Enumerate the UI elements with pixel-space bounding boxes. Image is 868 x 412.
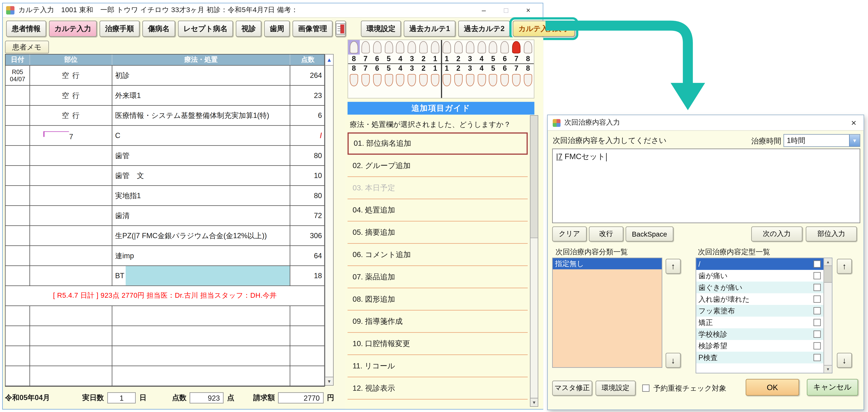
- tooth-lower-right-3[interactable]: [464, 73, 476, 87]
- tooth-upper-right-1[interactable]: [441, 40, 453, 55]
- category-move-down-button[interactable]: ↓: [665, 353, 681, 368]
- scroll-down-icon[interactable]: ▼: [530, 398, 538, 406]
- tooth-lower-right-1[interactable]: [441, 73, 453, 87]
- close-icon[interactable]: ×: [517, 4, 539, 17]
- duplicate-check-checkbox[interactable]: [642, 384, 650, 392]
- category-item[interactable]: 指定無し: [553, 258, 662, 269]
- tooth-upper-left-7[interactable]: [360, 40, 371, 55]
- tooth-upper-left-3[interactable]: [406, 40, 418, 55]
- tooth-upper-right-2[interactable]: [453, 40, 464, 55]
- karte-table-row[interactable]: 歯管80: [6, 146, 324, 166]
- tooth-upper-left-2[interactable]: [418, 40, 429, 55]
- karte-table-row[interactable]: 7C/: [6, 126, 324, 146]
- karte-table-row[interactable]: 空 行外来環123: [6, 86, 324, 106]
- preset-checkbox[interactable]: [813, 342, 820, 350]
- preset-item[interactable]: 検診希望: [696, 340, 824, 352]
- preset-item[interactable]: 入れ歯が壊れた: [696, 293, 824, 305]
- karte-table-row[interactable]: R05 04/07空 行初診264: [6, 66, 324, 86]
- tooth-lower-left-6[interactable]: [371, 73, 383, 87]
- preset-checkbox[interactable]: [813, 307, 820, 315]
- category-list[interactable]: 指定無し: [552, 258, 662, 368]
- tooth-upper-right-5[interactable]: [487, 40, 499, 55]
- guide-item-09[interactable]: 09. 指導箋作成: [348, 311, 528, 333]
- preset-item[interactable]: 歯ぐきが痛い: [696, 282, 824, 293]
- guide-item-06[interactable]: 06. コメント追加: [348, 244, 528, 266]
- guide-item-07[interactable]: 07. 薬品追加: [348, 266, 528, 288]
- guide-scrollbar[interactable]: ▼: [530, 115, 538, 407]
- category-move-up-button[interactable]: ↑: [665, 259, 681, 274]
- tooth-lower-left-7[interactable]: [360, 73, 371, 87]
- scrollbar-thumb[interactable]: [824, 266, 832, 283]
- patient-memo-tab[interactable]: 患者メモ: [5, 40, 49, 53]
- table-scrollbar[interactable]: ▲ ▼: [325, 54, 334, 385]
- tooth-lower-right-2[interactable]: [453, 73, 464, 87]
- tooth-upper-left-4[interactable]: [395, 40, 406, 55]
- preset-checkbox[interactable]: [813, 319, 820, 326]
- guide-item-02[interactable]: 02. グループ追加: [348, 155, 528, 177]
- backspace-button[interactable]: BackSpace: [626, 227, 673, 241]
- toolbar-disease-name-button[interactable]: 傷病名: [142, 21, 175, 37]
- karte-table-row[interactable]: BT18: [6, 266, 324, 286]
- karte-table-row[interactable]: 歯清72: [6, 206, 324, 226]
- preset-scrollbar[interactable]: ▲ ▼: [824, 258, 832, 373]
- dropdown-icon[interactable]: ▼: [849, 135, 860, 146]
- guide-item-11[interactable]: 11. リコール: [348, 355, 528, 377]
- toolbar-past-karte2-button[interactable]: 過去カルテ2: [458, 21, 510, 37]
- newline-button[interactable]: 改行: [589, 227, 623, 241]
- tooth-lower-left-4[interactable]: [395, 73, 406, 87]
- sort-up-icon[interactable]: ▲: [326, 55, 333, 66]
- scroll-down-icon[interactable]: ▼: [824, 365, 832, 373]
- toolbar-treatment-procedure-button[interactable]: 治療手順: [99, 21, 140, 37]
- preset-item[interactable]: P検査: [696, 352, 824, 363]
- preset-item[interactable]: 矯正: [696, 317, 824, 328]
- dialog-env-settings-button[interactable]: 環境設定: [596, 381, 636, 395]
- karte-table-row[interactable]: 連imp64: [6, 246, 324, 266]
- karte-table-row[interactable]: [6, 366, 324, 386]
- preset-move-up-button[interactable]: ↑: [837, 259, 852, 274]
- scroll-up-icon[interactable]: ▲: [824, 258, 832, 266]
- tooth-lower-right-8[interactable]: [522, 73, 534, 87]
- karte-table-row[interactable]: 空 行医療情報・システム基盤整備体制充実加算1(特)6: [6, 106, 324, 126]
- ok-button[interactable]: OK: [746, 379, 799, 396]
- maximize-icon[interactable]: □: [495, 4, 517, 17]
- tooth-lower-left-2[interactable]: [418, 73, 429, 87]
- guide-item-01[interactable]: 01. 部位病名追加: [348, 133, 528, 155]
- toolbar-patient-info-button[interactable]: 患者情報: [6, 21, 46, 37]
- toolbar-karte-input-button[interactable]: カルテ入力: [49, 21, 97, 37]
- toolbar-karte-exit-button[interactable]: カルテ入力終了: [513, 21, 575, 37]
- clear-button[interactable]: クリア: [552, 227, 587, 241]
- guide-item-08[interactable]: 08. 図形追加: [348, 288, 528, 311]
- toolbar-receipt-disease-button[interactable]: レセプト病名: [178, 21, 233, 37]
- next-input-button[interactable]: 次の入力: [751, 227, 802, 241]
- karte-table-row[interactable]: [6, 346, 324, 366]
- preset-checkbox[interactable]: [813, 261, 820, 268]
- preset-checkbox[interactable]: [813, 354, 820, 361]
- minimize-icon[interactable]: –: [473, 4, 495, 17]
- preset-checkbox[interactable]: [813, 330, 820, 338]
- guide-item-05[interactable]: 05. 摘要追加: [348, 222, 528, 244]
- tooth-lower-right-4[interactable]: [476, 73, 487, 87]
- toolbar-env-settings-button[interactable]: 環境設定: [361, 21, 401, 37]
- tooth-lower-left-3[interactable]: [406, 73, 418, 87]
- tooth-lower-left-5[interactable]: [383, 73, 394, 87]
- tooth-lower-right-5[interactable]: [487, 73, 499, 87]
- guide-item-12[interactable]: 12. 視診表示: [348, 377, 528, 400]
- preset-checkbox[interactable]: [813, 284, 820, 291]
- tooth-lower-right-6[interactable]: [499, 73, 510, 87]
- toolbar-notebook-button[interactable]: [335, 21, 346, 37]
- karte-table-row[interactable]: [6, 326, 324, 346]
- tooth-upper-left-6[interactable]: [371, 40, 383, 55]
- master-edit-button[interactable]: マスタ修正: [552, 381, 592, 395]
- tooth-upper-right-7[interactable]: [510, 40, 522, 55]
- scrollbar-thumb[interactable]: [530, 116, 538, 238]
- tooth-upper-left-8[interactable]: [348, 40, 360, 55]
- tooth-upper-right-8[interactable]: [522, 40, 534, 55]
- tooth-lower-right-7[interactable]: [510, 73, 522, 87]
- tooth-upper-left-1[interactable]: [429, 40, 441, 55]
- tooth-upper-right-6[interactable]: [499, 40, 510, 55]
- preset-checkbox[interactable]: [813, 272, 820, 279]
- tooth-upper-right-4[interactable]: [476, 40, 487, 55]
- treatment-time-select[interactable]: 1時間 ▼: [783, 134, 860, 147]
- tooth-upper-left-5[interactable]: [383, 40, 394, 55]
- next-treatment-input[interactable]: |7 FMCセット: [552, 149, 860, 223]
